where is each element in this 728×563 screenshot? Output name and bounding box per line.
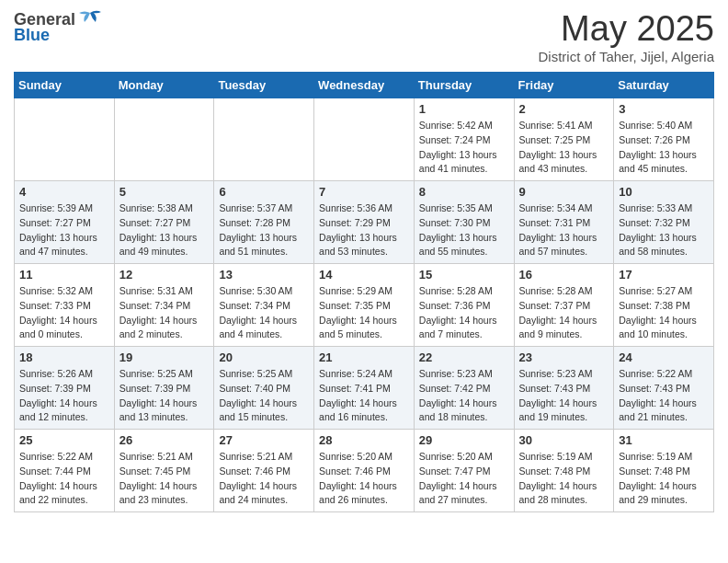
sunrise-text: Sunrise: 5:21 AM <box>219 450 309 465</box>
sunrise-text: Sunrise: 5:33 AM <box>619 201 709 216</box>
day-number: 18 <box>19 350 109 364</box>
sunset-text: Sunset: 7:33 PM <box>19 299 109 314</box>
sunset-text: Sunset: 7:27 PM <box>119 216 210 231</box>
daylight-text: Daylight: 14 hours and 15 minutes. <box>219 396 309 426</box>
calendar-cell: 5 Sunrise: 5:38 AM Sunset: 7:27 PM Dayli… <box>114 181 214 264</box>
calendar-cell: 27 Sunrise: 5:21 AM Sunset: 7:46 PM Dayl… <box>214 430 314 512</box>
day-number: 27 <box>219 433 309 447</box>
calendar-cell: 6 Sunrise: 5:37 AM Sunset: 7:28 PM Dayli… <box>214 181 314 264</box>
sunset-text: Sunset: 7:32 PM <box>619 216 709 231</box>
sunset-text: Sunset: 7:41 PM <box>319 382 409 396</box>
day-info: Sunrise: 5:21 AM Sunset: 7:46 PM Dayligh… <box>219 450 309 508</box>
daylight-text: Daylight: 14 hours and 23 minutes. <box>119 479 210 509</box>
sunrise-text: Sunrise: 5:22 AM <box>619 367 709 382</box>
day-number: 30 <box>519 433 609 447</box>
day-number: 22 <box>419 350 509 364</box>
sunset-text: Sunset: 7:34 PM <box>119 299 210 314</box>
sunset-text: Sunset: 7:46 PM <box>219 465 309 479</box>
daylight-text: Daylight: 14 hours and 24 minutes. <box>219 479 309 509</box>
sunset-text: Sunset: 7:26 PM <box>619 133 709 148</box>
daylight-text: Daylight: 14 hours and 12 minutes. <box>19 396 109 426</box>
header-sunday: Sunday <box>15 73 115 98</box>
header-thursday: Thursday <box>414 73 514 98</box>
calendar-cell: 14 Sunrise: 5:29 AM Sunset: 7:35 PM Dayl… <box>314 264 415 347</box>
sunrise-text: Sunrise: 5:26 AM <box>19 367 109 382</box>
daylight-text: Daylight: 13 hours and 51 minutes. <box>219 231 309 260</box>
sunrise-text: Sunrise: 5:20 AM <box>319 450 409 465</box>
sunrise-text: Sunrise: 5:29 AM <box>319 284 409 299</box>
day-number: 17 <box>619 268 709 282</box>
weekday-header-row: Sunday Monday Tuesday Wednesday Thursday… <box>15 73 714 98</box>
sunset-text: Sunset: 7:43 PM <box>519 382 609 396</box>
calendar-cell: 9 Sunrise: 5:34 AM Sunset: 7:31 PM Dayli… <box>514 181 614 264</box>
day-number: 5 <box>119 185 210 199</box>
sunset-text: Sunset: 7:43 PM <box>619 382 709 396</box>
sunrise-text: Sunrise: 5:19 AM <box>619 450 709 465</box>
day-number: 31 <box>619 433 709 447</box>
day-number: 23 <box>519 350 609 364</box>
daylight-text: Daylight: 14 hours and 13 minutes. <box>119 396 210 426</box>
daylight-text: Daylight: 14 hours and 29 minutes. <box>619 479 709 509</box>
sunrise-text: Sunrise: 5:30 AM <box>219 284 309 299</box>
day-info: Sunrise: 5:27 AM Sunset: 7:38 PM Dayligh… <box>619 284 709 342</box>
calendar-cell: 17 Sunrise: 5:27 AM Sunset: 7:38 PM Dayl… <box>614 264 714 347</box>
header-saturday: Saturday <box>614 73 714 98</box>
calendar-cell <box>114 98 214 181</box>
day-number: 2 <box>519 102 609 116</box>
day-info: Sunrise: 5:40 AM Sunset: 7:26 PM Dayligh… <box>619 119 709 177</box>
day-number: 25 <box>19 433 109 447</box>
logo-bird-icon <box>77 9 103 29</box>
calendar-week-row: 4 Sunrise: 5:39 AM Sunset: 7:27 PM Dayli… <box>15 181 714 264</box>
calendar-cell: 19 Sunrise: 5:25 AM Sunset: 7:39 PM Dayl… <box>114 347 214 430</box>
day-info: Sunrise: 5:36 AM Sunset: 7:29 PM Dayligh… <box>319 201 409 259</box>
calendar-cell: 10 Sunrise: 5:33 AM Sunset: 7:32 PM Dayl… <box>614 181 714 264</box>
title-area: May 2025 District of Taher, Jijel, Alger… <box>539 9 714 64</box>
sunrise-text: Sunrise: 5:22 AM <box>19 450 109 465</box>
day-info: Sunrise: 5:19 AM Sunset: 7:48 PM Dayligh… <box>619 450 709 508</box>
calendar-week-row: 18 Sunrise: 5:26 AM Sunset: 7:39 PM Dayl… <box>15 347 714 430</box>
sunset-text: Sunset: 7:37 PM <box>519 299 609 314</box>
calendar-cell: 4 Sunrise: 5:39 AM Sunset: 7:27 PM Dayli… <box>15 181 115 264</box>
calendar-cell: 7 Sunrise: 5:36 AM Sunset: 7:29 PM Dayli… <box>314 181 415 264</box>
daylight-text: Daylight: 14 hours and 27 minutes. <box>419 479 509 509</box>
daylight-text: Daylight: 14 hours and 21 minutes. <box>619 396 709 426</box>
calendar-cell: 26 Sunrise: 5:21 AM Sunset: 7:45 PM Dayl… <box>114 430 214 512</box>
daylight-text: Daylight: 14 hours and 22 minutes. <box>19 479 109 509</box>
calendar-cell: 23 Sunrise: 5:23 AM Sunset: 7:43 PM Dayl… <box>514 347 614 430</box>
day-info: Sunrise: 5:39 AM Sunset: 7:27 PM Dayligh… <box>19 201 109 259</box>
daylight-text: Daylight: 14 hours and 2 minutes. <box>119 314 210 343</box>
day-info: Sunrise: 5:34 AM Sunset: 7:31 PM Dayligh… <box>519 201 609 259</box>
sunrise-text: Sunrise: 5:25 AM <box>219 367 309 382</box>
header-monday: Monday <box>114 73 214 98</box>
calendar-cell: 18 Sunrise: 5:26 AM Sunset: 7:39 PM Dayl… <box>15 347 115 430</box>
calendar-table: Sunday Monday Tuesday Wednesday Thursday… <box>14 72 714 512</box>
location-subtitle: District of Taher, Jijel, Algeria <box>539 49 714 64</box>
daylight-text: Daylight: 14 hours and 28 minutes. <box>519 479 609 509</box>
daylight-text: Daylight: 14 hours and 18 minutes. <box>419 396 509 426</box>
daylight-text: Daylight: 13 hours and 47 minutes. <box>19 231 109 260</box>
sunrise-text: Sunrise: 5:42 AM <box>419 119 509 133</box>
sunrise-text: Sunrise: 5:24 AM <box>319 367 409 382</box>
sunset-text: Sunset: 7:39 PM <box>119 382 210 396</box>
sunset-text: Sunset: 7:46 PM <box>319 465 409 479</box>
day-number: 28 <box>319 433 409 447</box>
sunrise-text: Sunrise: 5:41 AM <box>519 119 609 133</box>
daylight-text: Daylight: 14 hours and 9 minutes. <box>519 314 609 343</box>
daylight-text: Daylight: 14 hours and 0 minutes. <box>19 314 109 343</box>
page-header: General Blue May 2025 District of Taher,… <box>14 9 714 64</box>
calendar-cell: 31 Sunrise: 5:19 AM Sunset: 7:48 PM Dayl… <box>614 430 714 512</box>
sunset-text: Sunset: 7:30 PM <box>419 216 509 231</box>
day-info: Sunrise: 5:22 AM Sunset: 7:43 PM Dayligh… <box>619 367 709 425</box>
sunset-text: Sunset: 7:28 PM <box>219 216 309 231</box>
sunrise-text: Sunrise: 5:31 AM <box>119 284 210 299</box>
sunrise-text: Sunrise: 5:34 AM <box>519 201 609 216</box>
sunset-text: Sunset: 7:48 PM <box>619 465 709 479</box>
calendar-cell: 28 Sunrise: 5:20 AM Sunset: 7:46 PM Dayl… <box>314 430 415 512</box>
sunrise-text: Sunrise: 5:23 AM <box>519 367 609 382</box>
sunrise-text: Sunrise: 5:23 AM <box>419 367 509 382</box>
daylight-text: Daylight: 13 hours and 55 minutes. <box>419 231 509 260</box>
day-info: Sunrise: 5:28 AM Sunset: 7:36 PM Dayligh… <box>419 284 509 342</box>
sunrise-text: Sunrise: 5:19 AM <box>519 450 609 465</box>
day-info: Sunrise: 5:32 AM Sunset: 7:33 PM Dayligh… <box>19 284 109 342</box>
month-title: May 2025 <box>539 9 714 49</box>
